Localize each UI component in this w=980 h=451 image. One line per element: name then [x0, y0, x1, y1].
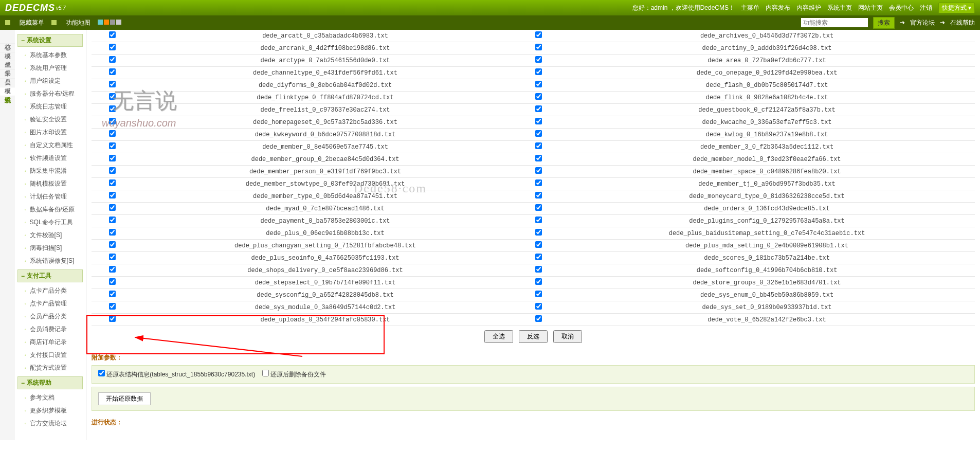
file-checkbox[interactable] [535, 105, 542, 112]
invert-button[interactable]: 反选 [519, 330, 548, 343]
file-checkbox[interactable] [109, 254, 116, 260]
file-checkbox[interactable] [109, 229, 116, 236]
help-link[interactable]: 在线帮助 [950, 19, 975, 27]
file-checkbox[interactable] [535, 241, 542, 248]
file-checkbox[interactable] [535, 44, 542, 50]
vnav-module[interactable]: 模块 [0, 44, 15, 52]
vnav-template[interactable]: 模板 [0, 79, 15, 87]
file-checkbox[interactable] [535, 192, 542, 199]
file-checkbox[interactable] [535, 68, 542, 75]
file-checkbox[interactable] [535, 204, 542, 211]
file-checkbox[interactable] [109, 155, 116, 161]
sidebar-item[interactable]: ◦会员消费记录 [14, 323, 86, 336]
nav-system-home[interactable]: 系统主页 [827, 4, 852, 12]
file-checkbox[interactable] [109, 204, 116, 211]
file-checkbox[interactable] [535, 167, 542, 174]
sidebar-item[interactable]: ◦图片水印设置 [14, 126, 86, 139]
sidebar-item[interactable]: ◦系统用户管理 [14, 62, 86, 75]
file-checkbox[interactable] [535, 278, 542, 285]
delete-after-label[interactable]: 还原后删除备份文件 [262, 371, 326, 378]
file-checkbox[interactable] [535, 266, 542, 273]
delete-after-checkbox[interactable] [262, 370, 269, 376]
file-checkbox[interactable] [535, 217, 542, 223]
file-checkbox[interactable] [109, 68, 116, 75]
file-checkbox[interactable] [109, 118, 116, 124]
file-checkbox[interactable] [535, 142, 542, 149]
file-checkbox[interactable] [109, 291, 116, 297]
sidebar-item[interactable]: ◦系统基本参数 [14, 49, 86, 62]
nav-maintain[interactable]: 内容维护 [796, 4, 821, 12]
hide-menu-link[interactable]: 隐藏菜单 [20, 19, 44, 27]
start-restore-button[interactable]: 开始还原数据 [98, 392, 151, 405]
restore-structure-label[interactable]: 还原表结构信息(tables_struct_1855b9630c790235.t… [98, 371, 255, 378]
sidebar-item[interactable]: ◦配货方式设置 [14, 362, 86, 374]
vnav-member[interactable]: 会员 [0, 70, 15, 79]
sidebar-item[interactable]: ◦系统错误修复[S] [14, 255, 86, 267]
sidebar-item[interactable]: ◦防采集串混淆 [14, 165, 86, 177]
quick-button[interactable]: 快捷方式▾ [938, 3, 975, 13]
vnav-collect[interactable]: 采集 [0, 61, 15, 70]
sidebar-item[interactable]: ◦随机模板设置 [14, 177, 86, 190]
file-checkbox[interactable] [535, 179, 542, 186]
file-checkbox[interactable] [109, 130, 116, 137]
sidebar-item[interactable]: ◦自定义文档属性 [14, 139, 86, 152]
file-checkbox[interactable] [109, 217, 116, 223]
file-checkbox[interactable] [535, 130, 542, 137]
file-checkbox[interactable] [109, 167, 116, 174]
sidebar-item[interactable]: ◦验证安全设置 [14, 113, 86, 126]
vnav-core[interactable]: 核心 [0, 35, 15, 44]
file-checkbox[interactable] [535, 155, 542, 161]
file-checkbox[interactable] [535, 31, 542, 38]
file-checkbox[interactable] [109, 192, 116, 199]
nav-logout[interactable]: 注销 [920, 4, 932, 12]
nav-member[interactable]: 会员中心 [889, 4, 914, 12]
nav-main-menu[interactable]: 主菜单 [741, 4, 759, 12]
sidebar-item[interactable]: ◦病毒扫描[S] [14, 242, 86, 255]
cancel-button[interactable]: 取消 [553, 330, 582, 343]
sidebar-item[interactable]: ◦会员产品分类 [14, 310, 86, 323]
file-checkbox[interactable] [109, 105, 116, 112]
file-checkbox[interactable] [535, 81, 542, 87]
file-checkbox[interactable] [535, 93, 542, 100]
nav-publish[interactable]: 内容发布 [766, 4, 790, 12]
sidebar-item[interactable]: ◦文件校验[S] [14, 229, 86, 242]
sidebar-item[interactable]: ◦SQL命令行工具 [14, 216, 86, 229]
sidebar-item[interactable]: ◦支付接口设置 [14, 349, 86, 362]
group-payment-tools[interactable]: −支付工具 [17, 269, 83, 282]
vnav-gen[interactable]: 生成 [0, 52, 15, 61]
file-checkbox[interactable] [535, 254, 542, 260]
sidebar-item[interactable]: ◦计划任务管理 [14, 190, 86, 203]
file-checkbox[interactable] [109, 142, 116, 149]
sidebar-item[interactable]: ◦服务器分布/远程 [14, 87, 86, 100]
file-checkbox[interactable] [535, 229, 542, 236]
file-checkbox[interactable] [109, 31, 116, 38]
file-checkbox[interactable] [535, 315, 542, 322]
nav-site-home[interactable]: 网站主页 [858, 4, 883, 12]
sidebar-item[interactable]: ◦参考文档 [14, 391, 86, 404]
search-input[interactable] [801, 18, 868, 27]
group-system-help[interactable]: −系统帮助 [17, 376, 83, 389]
file-checkbox[interactable] [109, 241, 116, 248]
sidebar-item[interactable]: ◦用户组设定 [14, 75, 86, 87]
sidebar-item[interactable]: ◦点卡产品分类 [14, 284, 86, 297]
sidebar-item[interactable]: ◦系统日志管理 [14, 100, 86, 113]
search-button[interactable]: 搜索 [873, 17, 895, 29]
file-checkbox[interactable] [535, 291, 542, 297]
file-checkbox[interactable] [535, 56, 542, 63]
file-checkbox[interactable] [109, 278, 116, 285]
file-checkbox[interactable] [109, 56, 116, 63]
sidebar-item[interactable]: ◦官方交流论坛 [14, 417, 86, 430]
sidebar-item[interactable]: ◦点卡产品管理 [14, 297, 86, 310]
file-checkbox[interactable] [535, 303, 542, 310]
select-all-button[interactable]: 全选 [484, 330, 513, 343]
file-checkbox[interactable] [535, 118, 542, 124]
file-checkbox[interactable] [109, 44, 116, 50]
vnav-system[interactable]: 系统 [0, 87, 15, 96]
file-checkbox[interactable] [109, 303, 116, 310]
sidebar-item[interactable]: ◦软件频道设置 [14, 152, 86, 165]
sidebar-item[interactable]: ◦数据库备份/还原 [14, 203, 86, 216]
file-checkbox[interactable] [109, 93, 116, 100]
forum-link[interactable]: 官方论坛 [910, 19, 935, 27]
sidebar-item[interactable]: ◦更多织梦模板 [14, 404, 86, 417]
file-checkbox[interactable] [109, 266, 116, 273]
